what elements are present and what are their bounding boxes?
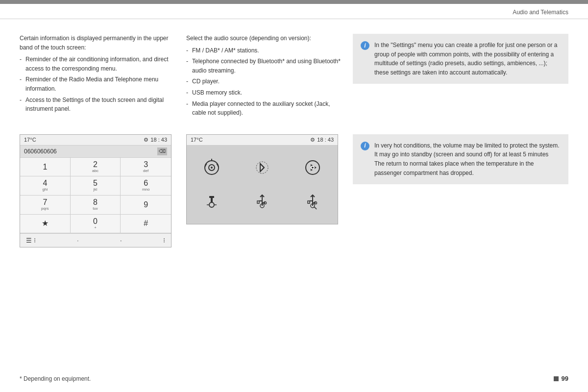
bluetooth-icon bbox=[252, 158, 272, 177]
phone-number: 0606060606 bbox=[24, 148, 57, 155]
media-screen: 17°C ⚙ 18 : 43 bbox=[186, 134, 338, 224]
mid-text-block: Select the audio source (depending on ve… bbox=[186, 34, 343, 118]
bottom-info-icon: i bbox=[361, 142, 369, 150]
top-info-box: i In the "Settings" menu you can create … bbox=[353, 34, 568, 84]
media-icons-grid bbox=[187, 146, 338, 224]
media-icon-bluetooth[interactable] bbox=[242, 155, 283, 180]
phone-menu-icon[interactable]: ☰ ⁝ bbox=[26, 237, 36, 244]
backspace-button[interactable]: ⌫ bbox=[157, 147, 167, 155]
media-play-icon bbox=[303, 158, 322, 177]
key-6[interactable]: 6mno bbox=[121, 176, 171, 196]
media-icon-radio[interactable] bbox=[192, 155, 232, 180]
mid-bullet-list: FM / DAB* / AM* stations. Telephone conn… bbox=[186, 46, 343, 118]
list-item: CD player. bbox=[186, 77, 343, 86]
media-gear-icon: ⚙ bbox=[310, 137, 315, 143]
svg-point-5 bbox=[256, 162, 268, 173]
list-item: Reminder of the air conditioning informa… bbox=[20, 55, 176, 73]
svg-rect-17 bbox=[257, 201, 259, 203]
svg-point-11 bbox=[209, 202, 214, 207]
top-bar bbox=[0, 0, 588, 4]
svg-point-8 bbox=[312, 167, 314, 169]
top-info-text: In the "Settings" menu you can create a … bbox=[374, 41, 561, 77]
footer: * Depending on equipment. 99 bbox=[0, 375, 588, 382]
radio-icon bbox=[202, 158, 221, 177]
mid-column: Select the audio source (depending on ve… bbox=[186, 34, 343, 120]
key-9[interactable]: 9 bbox=[121, 196, 171, 215]
usb2-icon bbox=[303, 192, 322, 212]
list-item: FM / DAB* / AM* stations. bbox=[186, 46, 343, 55]
bottom-info-box: i In very hot conditions, the volume may… bbox=[353, 134, 568, 184]
media-icon-aux[interactable] bbox=[192, 190, 232, 214]
media-icon-usb1[interactable] bbox=[242, 190, 283, 214]
phone-bottom-bar: ☰ ⁝ · · ⁝ bbox=[20, 234, 171, 247]
phone-call-icon[interactable]: · bbox=[77, 237, 79, 244]
media-temp: 17°C bbox=[191, 137, 203, 143]
footer-note: * Depending on equipment. bbox=[20, 375, 91, 382]
key-0[interactable]: 0+ bbox=[71, 215, 121, 234]
key-1[interactable]: 1 bbox=[20, 158, 71, 177]
keypad: 1 2abc 3def 4ghi 5jkl 6mno 7pqrs 8tuv 9 … bbox=[20, 158, 171, 234]
list-item: Telephone connected by Bluetooth* and us… bbox=[186, 57, 343, 75]
bottom-right-column: i In very hot conditions, the volume may… bbox=[353, 134, 568, 247]
phone-number-bar: 0606060606 ⌫ bbox=[20, 146, 171, 158]
phone-header: 17°C ⚙ 18 : 43 bbox=[20, 135, 171, 146]
phone-more-icon[interactable]: ⁝ bbox=[163, 237, 165, 244]
page-number: 99 bbox=[562, 375, 568, 382]
media-time-area: ⚙ 18 : 43 bbox=[310, 137, 334, 143]
key-7[interactable]: 7pqrs bbox=[20, 196, 71, 215]
header-title: Audio and Telematics bbox=[513, 9, 568, 16]
bottom-section: 17°C ⚙ 18 : 43 0606060606 ⌫ 1 2abc 3def … bbox=[0, 134, 588, 257]
main-content: Certain information is displayed permane… bbox=[0, 19, 588, 129]
list-item: Access to the Settings of the touch scre… bbox=[20, 96, 176, 114]
media-time: 18 : 43 bbox=[317, 137, 334, 143]
media-header: 17°C ⚙ 18 : 43 bbox=[187, 135, 338, 146]
svg-line-4 bbox=[260, 164, 264, 168]
svg-rect-9 bbox=[209, 196, 214, 198]
media-icon-media[interactable] bbox=[292, 155, 333, 180]
phone-dots-icon[interactable]: · bbox=[120, 237, 122, 244]
key-hash[interactable]: # bbox=[121, 215, 171, 234]
list-item: Media player connected to the auxiliary … bbox=[186, 99, 343, 118]
header: Audio and Telematics bbox=[0, 4, 588, 19]
key-4[interactable]: 4ghi bbox=[20, 176, 71, 196]
list-item: USB memory stick. bbox=[186, 88, 343, 98]
phone-temp: 17°C bbox=[24, 137, 36, 143]
key-star[interactable]: ★ bbox=[20, 215, 71, 234]
phone-time: 18 : 43 bbox=[150, 137, 167, 143]
key-2[interactable]: 2abc bbox=[71, 158, 121, 177]
left-column: Certain information is displayed permane… bbox=[20, 34, 176, 120]
bottom-mid: 17°C ⚙ 18 : 43 bbox=[186, 134, 343, 247]
media-icon-usb2[interactable] bbox=[292, 190, 333, 214]
phone-screen: 17°C ⚙ 18 : 43 0606060606 ⌫ 1 2abc 3def … bbox=[20, 134, 172, 247]
page-square-icon bbox=[554, 376, 559, 381]
usb1-icon bbox=[252, 192, 272, 212]
key-8[interactable]: 8tuv bbox=[71, 196, 121, 215]
list-item: Reminder of the Radio Media and Telephon… bbox=[20, 75, 176, 93]
svg-point-2 bbox=[211, 167, 213, 169]
info-icon: i bbox=[361, 41, 369, 50]
gear-icon: ⚙ bbox=[144, 137, 148, 143]
bottom-info-text: In very hot conditions, the volume may b… bbox=[374, 141, 561, 177]
mid-intro: Select the audio source (depending on ve… bbox=[186, 34, 343, 43]
right-column: i In the "Settings" menu you can create … bbox=[353, 34, 568, 120]
left-bullet-list: Reminder of the air conditioning informa… bbox=[20, 55, 176, 114]
bottom-left: 17°C ⚙ 18 : 43 0606060606 ⌫ 1 2abc 3def … bbox=[20, 134, 176, 247]
page-number-area: 99 bbox=[554, 375, 568, 382]
svg-rect-23 bbox=[308, 201, 310, 203]
left-intro: Certain information is displayed permane… bbox=[20, 34, 176, 52]
key-5[interactable]: 5jkl bbox=[71, 176, 121, 196]
phone-time-area: ⚙ 18 : 43 bbox=[144, 137, 167, 143]
key-3[interactable]: 3def bbox=[121, 158, 171, 177]
left-text-block: Certain information is displayed permane… bbox=[20, 34, 176, 114]
aux-icon bbox=[202, 192, 221, 212]
